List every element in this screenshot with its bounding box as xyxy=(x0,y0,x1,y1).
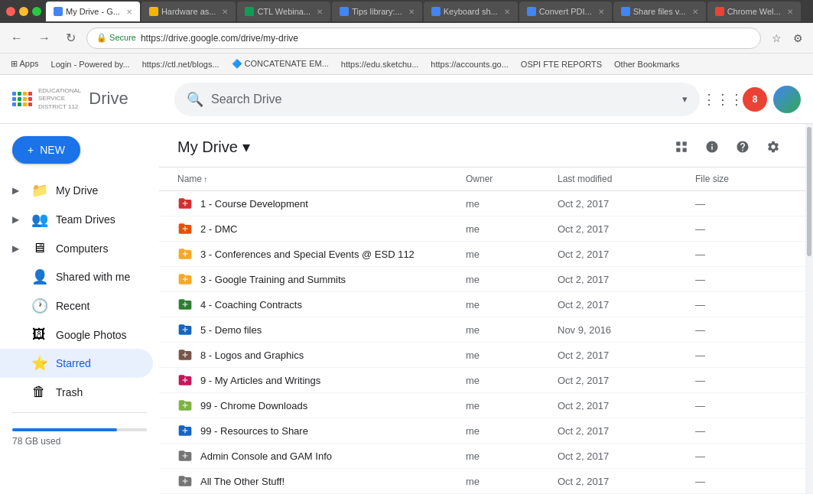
help-icon xyxy=(736,140,750,154)
bookmark-sketchup[interactable]: https://edu.sketchu... xyxy=(337,58,424,70)
maximize-dot[interactable] xyxy=(32,7,41,16)
folder-icon xyxy=(177,322,193,337)
col-name-label: Name xyxy=(177,174,202,184)
refresh-button[interactable]: ↻ xyxy=(61,29,80,47)
sidebar-item-recent[interactable]: ▶ 🕐 Recent xyxy=(0,291,153,320)
search-input[interactable]: Search Drive xyxy=(211,93,675,106)
tab-chrome[interactable]: Chrome Wel... ✕ xyxy=(707,2,801,21)
scrollbar-thumb[interactable] xyxy=(807,127,811,256)
tab-keyboard[interactable]: Keyboard sh... ✕ xyxy=(424,2,518,21)
tab-close[interactable]: ✕ xyxy=(692,8,698,16)
new-button[interactable]: + NEW xyxy=(12,136,80,164)
tab-close[interactable]: ✕ xyxy=(126,8,132,16)
file-modified: Nov 9, 2016 xyxy=(558,324,695,336)
table-row[interactable]: 2 - DMC me Oct 2, 2017 — xyxy=(159,216,805,242)
help-button[interactable] xyxy=(729,133,756,161)
sidebar-item-shared[interactable]: ▶ 👤 Shared with me xyxy=(0,262,153,291)
content-header: My Drive ▾ xyxy=(159,124,805,167)
table-row[interactable]: All The Other Stuff! me Oct 2, 2017 — xyxy=(159,469,805,494)
sidebar-item-photos[interactable]: ▶ 🖼 Google Photos xyxy=(0,320,153,349)
table-row[interactable]: 99 - Chrome Downloads me Oct 2, 2017 — xyxy=(159,393,805,418)
computers-icon: 🖥 xyxy=(31,240,47,256)
col-name-header[interactable]: Name ↑ xyxy=(177,174,466,184)
notification-area[interactable]: 8 xyxy=(743,87,767,112)
close-dot[interactable] xyxy=(6,7,15,16)
file-name: 99 - Resources to Share xyxy=(200,425,308,437)
extensions-button[interactable]: ⚙ xyxy=(789,29,807,47)
bookmark-login[interactable]: Login - Powered by... xyxy=(47,58,135,70)
tab-hardware[interactable]: Hardware as... ✕ xyxy=(141,2,236,21)
folder-icon xyxy=(177,372,193,388)
expand-arrow-icon: ▶ xyxy=(12,214,19,225)
bookmark-button[interactable]: ☆ xyxy=(767,29,785,47)
sidebar-item-team-drives[interactable]: ▶ 👥 Team Drives xyxy=(0,205,153,234)
table-row[interactable]: 9 - My Articles and Writings me Oct 2, 2… xyxy=(159,368,805,393)
bookmark-concatenate[interactable]: 🔷 CONCATENATE EM... xyxy=(227,57,333,70)
sidebar-item-my-drive[interactable]: ▶ 📁 My Drive xyxy=(0,176,153,205)
tab-close[interactable]: ✕ xyxy=(787,8,793,16)
notification-count[interactable]: 8 xyxy=(743,87,767,112)
table-row[interactable]: 8 - Logos and Graphics me Oct 2, 2017 — xyxy=(159,343,805,368)
bookmark-other[interactable]: Other Bookmarks xyxy=(610,58,685,70)
file-modified: Oct 2, 2017 xyxy=(558,400,695,411)
tab-convert[interactable]: Convert PDI... ✕ xyxy=(519,2,612,21)
table-row[interactable]: Admin Console and GAM Info me Oct 2, 201… xyxy=(159,444,805,469)
tab-close[interactable]: ✕ xyxy=(598,8,604,16)
table-row[interactable]: 3 - Google Training and Summits me Oct 2… xyxy=(159,267,805,292)
info-button[interactable] xyxy=(698,133,726,161)
sidebar-label-my-drive: My Drive xyxy=(56,184,98,197)
table-row[interactable]: 1 - Course Development me Oct 2, 2017 — xyxy=(159,191,805,216)
back-button[interactable]: ← xyxy=(6,30,28,47)
file-modified: Oct 2, 2017 xyxy=(558,274,695,285)
search-box[interactable]: 🔍 Search Drive ▾ xyxy=(174,83,700,116)
file-name: 2 - DMC xyxy=(200,223,237,235)
apps-grid-button[interactable]: ⋮⋮⋮ xyxy=(709,86,737,113)
tab-label: My Drive - G... xyxy=(66,7,120,16)
tab-label: Chrome Wel... xyxy=(727,7,781,16)
bookmark-ctl[interactable]: https://ctl.net/blogs... xyxy=(138,58,224,70)
tab-close[interactable]: ✕ xyxy=(504,8,510,16)
file-owner: me xyxy=(466,299,558,311)
folder-icon xyxy=(177,423,193,438)
sidebar-label-starred: Starred xyxy=(56,357,91,369)
tab-ctl[interactable]: CTL Webina... ✕ xyxy=(237,2,330,21)
tab-favicon xyxy=(431,7,441,16)
file-owner: me xyxy=(466,476,558,487)
tab-my-drive[interactable]: My Drive - G... ✕ xyxy=(46,2,140,21)
tab-share[interactable]: Share files v... ✕ xyxy=(613,2,706,21)
table-row[interactable]: 99 - Resources to Share me Oct 2, 2017 — xyxy=(159,418,805,444)
grid-view-button[interactable] xyxy=(668,133,695,161)
forward-button[interactable]: → xyxy=(34,30,55,47)
table-row[interactable]: 5 - Demo files me Nov 9, 2016 — xyxy=(159,317,805,343)
file-name-cell: Admin Console and GAM Info xyxy=(177,448,466,463)
browser-chrome: My Drive - G... ✕ Hardware as... ✕ CTL W… xyxy=(0,0,813,23)
sidebar-item-computers[interactable]: ▶ 🖥 Computers xyxy=(0,234,153,262)
info-icon xyxy=(705,140,719,154)
address-field[interactable]: 🔒 Secure https://drive.google.com/drive/… xyxy=(86,28,761,49)
search-dropdown-arrow[interactable]: ▾ xyxy=(682,93,688,105)
file-name-cell: 99 - Resources to Share xyxy=(177,423,466,438)
scrollbar-track[interactable] xyxy=(805,124,813,494)
shared-icon: 👤 xyxy=(31,268,47,285)
bookmark-accounts[interactable]: https://accounts.go... xyxy=(426,58,513,70)
bookmark-ospi[interactable]: OSPI FTE REPORTS xyxy=(516,58,606,70)
file-owner: me xyxy=(466,375,558,386)
minimize-dot[interactable] xyxy=(19,7,28,16)
user-avatar[interactable] xyxy=(773,86,801,113)
file-size: — xyxy=(695,350,787,361)
tab-close[interactable]: ✕ xyxy=(222,8,228,16)
content-title-text: My Drive xyxy=(177,138,238,156)
tab-close[interactable]: ✕ xyxy=(408,8,415,16)
tab-tips[interactable]: Tips library:... ✕ xyxy=(332,2,422,21)
settings-button[interactable] xyxy=(759,133,787,161)
sidebar-item-trash[interactable]: ▶ 🗑 Trash xyxy=(0,378,153,406)
folder-icon xyxy=(177,246,193,262)
sidebar-item-starred[interactable]: ▶ ⭐ Starred xyxy=(0,349,153,378)
bookmark-apps[interactable]: ⊞ Apps xyxy=(6,57,44,70)
table-row[interactable]: 4 - Coaching Contracts me Oct 2, 2017 — xyxy=(159,292,805,317)
file-name: 99 - Chrome Downloads xyxy=(200,400,307,411)
content-title-dropdown-icon[interactable]: ▾ xyxy=(242,138,250,156)
tab-close[interactable]: ✕ xyxy=(317,8,323,16)
file-owner: me xyxy=(466,274,558,285)
table-row[interactable]: 3 - Conferences and Special Events @ ESD… xyxy=(159,242,805,267)
